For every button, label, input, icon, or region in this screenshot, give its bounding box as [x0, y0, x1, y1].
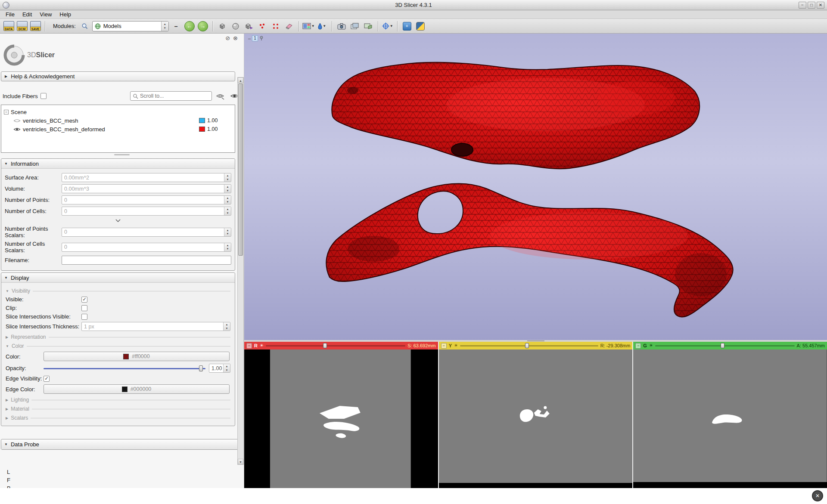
fiducial-list-button[interactable]	[270, 20, 282, 32]
spinbox-arrows[interactable]: ▲▼	[224, 196, 231, 204]
scene-root-row[interactable]: − Scene	[4, 108, 235, 116]
minimize-button[interactable]: −	[799, 2, 806, 9]
scrollbar-thumb[interactable]	[238, 83, 243, 256]
edge-visibility-checkbox[interactable]: ✓	[44, 376, 50, 382]
python-console-button[interactable]	[414, 20, 426, 32]
scalars-subsection-header[interactable]: ▶ Scalars	[6, 415, 230, 421]
opacity-field[interactable]: 1.00▲▼	[209, 364, 230, 373]
color-subsection-header[interactable]: ▼ Color	[6, 343, 230, 349]
visible-checkbox[interactable]: ✓	[81, 297, 87, 303]
module-selector[interactable]: Models ▲▼	[92, 21, 169, 31]
collapse-controller-button[interactable]: −	[246, 343, 252, 349]
place-fiducial-button[interactable]	[256, 20, 268, 32]
scene-view-button[interactable]	[349, 20, 361, 32]
edge-color-picker-button[interactable]: #000000	[44, 384, 230, 394]
green-slice-view[interactable]	[633, 349, 827, 488]
spinbox-arrows[interactable]: ▲▼	[223, 322, 230, 331]
material-subsection-header[interactable]: ▶ Material	[6, 406, 230, 412]
spinbox-arrows[interactable]: ▲▼	[224, 185, 231, 193]
slice-visibility-icon[interactable]: ☀	[454, 343, 458, 348]
model-opacity-value[interactable]: 1.00	[207, 117, 224, 124]
model-color-swatch[interactable]	[199, 127, 205, 132]
slice-offset-slider[interactable]	[266, 343, 405, 349]
yellow-slice-view[interactable]	[439, 349, 633, 488]
visibility-subsection-header[interactable]: ▼ Visibility	[6, 288, 230, 294]
place-mode-button[interactable]	[230, 20, 242, 32]
model-opacity-value[interactable]: 1.00	[207, 126, 224, 132]
erase-markups-button[interactable]	[283, 20, 295, 32]
num-cells-field[interactable]: 0▲▼	[62, 207, 231, 216]
slice-offset-slider[interactable]	[655, 343, 795, 349]
spinbox-arrows[interactable]: ▲▼	[224, 173, 231, 182]
load-dicom-button[interactable]: DCM	[16, 20, 28, 32]
spinbox-arrows[interactable]: ▲▼	[224, 207, 231, 215]
collapse-controller-button[interactable]: −	[441, 343, 447, 349]
opacity-slider[interactable]	[44, 365, 205, 372]
include-fibers-checkbox[interactable]	[40, 93, 47, 99]
help-acknowledgement-section[interactable]: ▶ Help & Acknowledgement	[1, 71, 235, 81]
surface-area-field[interactable]: 0.00mm^2▲▼	[62, 173, 231, 182]
pick-mode-button[interactable]	[216, 20, 228, 32]
module-search-button[interactable]	[79, 20, 91, 32]
menu-file[interactable]: File	[2, 11, 19, 18]
data-probe-header[interactable]: ▼ Data Probe	[1, 439, 240, 449]
slider-handle[interactable]	[323, 343, 327, 348]
find-model-eye-button[interactable]	[215, 91, 226, 101]
maximize-button[interactable]: □	[808, 2, 815, 9]
tree-row-mesh[interactable]: ventricles_BCC_mesh 1.00	[4, 116, 235, 125]
transform-m​ode-button[interactable]	[243, 20, 255, 32]
filename-input[interactable]	[62, 256, 231, 265]
panel-splitter-handle[interactable]	[0, 153, 244, 157]
menu-help[interactable]: Help	[56, 11, 75, 18]
screenshot-button[interactable]	[336, 20, 348, 32]
num-points-field[interactable]: 0▲▼	[62, 195, 231, 204]
model-color-swatch[interactable]	[199, 118, 205, 123]
clip-checkbox[interactable]	[81, 305, 87, 311]
slice-intersections-checkbox[interactable]	[81, 314, 87, 320]
module-forward-button[interactable]: →	[197, 20, 209, 32]
crosshair-button[interactable]: ▼	[382, 20, 394, 32]
panel-detach-icon[interactable]: ⊗	[233, 35, 238, 42]
threed-view[interactable]: – 1	[244, 34, 827, 340]
module-back-button[interactable]: ←	[183, 20, 196, 32]
hidden-eye-icon[interactable]	[13, 118, 21, 124]
slice-visibility-icon[interactable]: ☀	[649, 343, 653, 348]
menu-view[interactable]: View	[36, 11, 56, 18]
spinbox-arrows[interactable]: ▲▼	[224, 243, 231, 251]
representation-subsection-header[interactable]: ▶ Representation	[6, 334, 230, 340]
slice-visibility-icon[interactable]: ☀	[260, 343, 264, 348]
extension-manager-button[interactable]: +	[401, 20, 413, 32]
panel-help-icon[interactable]: ⊘	[225, 35, 230, 42]
display-header[interactable]: ▼ Display	[1, 273, 235, 283]
panel-scrollbar[interactable]: ▲ ▼	[237, 77, 244, 465]
slider-handle[interactable]	[525, 343, 529, 348]
module-history-button[interactable]: –	[170, 20, 182, 32]
menu-edit[interactable]: Edit	[19, 11, 36, 18]
restore-scene-view-button[interactable]	[362, 20, 374, 32]
close-button[interactable]: ✕	[817, 2, 824, 9]
close-notification-button[interactable]: ✕	[812, 490, 823, 501]
collapse-controller-button[interactable]: −	[635, 343, 641, 349]
slider-handle[interactable]	[721, 343, 724, 348]
slice-thickness-field[interactable]: 1 px▲▼	[81, 322, 230, 331]
volume-field[interactable]: 0.00mm^3▲▼	[62, 184, 231, 193]
view-controller-bar[interactable]: – 1	[247, 35, 265, 41]
collapse-dash-icon[interactable]: –	[248, 36, 251, 41]
module-selector-arrows[interactable]: ▲▼	[161, 22, 168, 31]
lighting-subsection-header[interactable]: ▶ Lighting	[6, 397, 230, 403]
num-point-scalars-field[interactable]: 0▲▼	[62, 228, 231, 237]
scroll-to-input[interactable]	[140, 93, 209, 99]
tree-collapse-icon[interactable]: −	[4, 110, 9, 114]
load-data-button[interactable]: DATA	[3, 20, 15, 32]
slider-handle[interactable]	[199, 365, 203, 371]
spinbox-arrows[interactable]: ▲▼	[224, 228, 231, 236]
red-slice-view[interactable]	[244, 349, 438, 488]
spinbox-arrows[interactable]: ▲▼	[223, 364, 230, 372]
num-cell-scalars-field[interactable]: 0▲▼	[62, 243, 231, 252]
visible-eye-icon[interactable]	[13, 127, 21, 132]
viewers-menu-button[interactable]: ▼	[316, 20, 328, 32]
pin-icon[interactable]	[259, 36, 264, 40]
scroll-up-icon[interactable]: ▲	[238, 77, 243, 83]
slice-offset-slider[interactable]	[460, 343, 598, 349]
information-header[interactable]: ▼ Information	[1, 159, 235, 169]
